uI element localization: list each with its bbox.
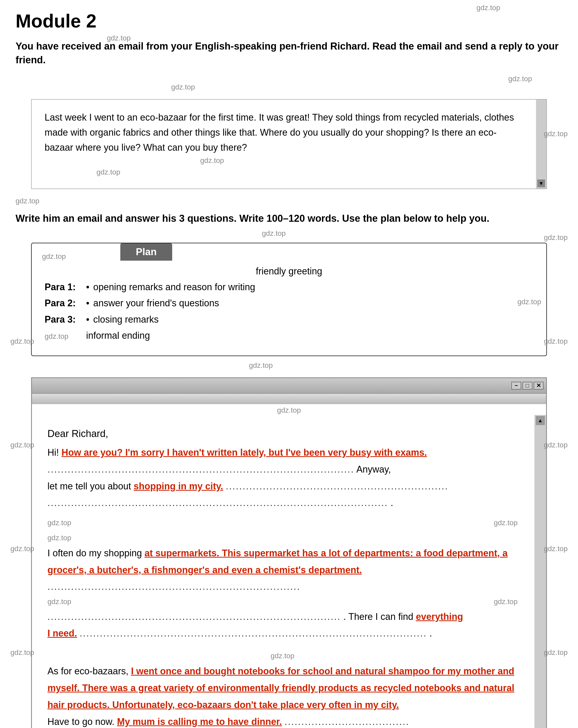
dots-5: ........................................… [80,628,427,639]
opening-red2: shopping in my city. [134,481,223,492]
window-scrollbar[interactable]: ▲ ▼ [534,415,546,728]
write-instruction: Write him an email and answer his 3 ques… [16,213,562,224]
plan-text-1: opening remarks and reason for writing [94,281,533,293]
letter-para3: As for eco-bazaars, I went once and boug… [48,663,518,728]
para3-start: As for eco-bazaars, [48,666,131,676]
plan-row-2: Para 2: • answer your friend's questions… [45,297,533,310]
watermark-4: gdz.top [200,155,578,166]
watermark-10: gdz.top [45,332,69,340]
scroll-up-button[interactable]: ▲ [536,416,545,425]
watermark-1: gdz.top [107,34,131,42]
module-title: Module 2 [16,10,97,31]
watermark-6: gdz.top [16,197,562,205]
watermark-right-1: gdz.top [544,130,568,138]
window-content: ▲ ▼ Dear Richard, Hi! How are you? I'm s… [32,415,546,728]
window-maximize-button[interactable]: □ [523,382,532,390]
watermark-left-4: gdz.top [10,648,34,657]
plan-greeting: friendly greeting [45,266,533,277]
hi-text: Hi! [48,447,59,458]
watermark-2: gdz.top [508,75,578,83]
window-box: − □ ✕ gdz.top ▲ ▼ Dear Richard, Hi! How … [31,378,547,728]
scroll-down-arrow[interactable]: ▼ [537,180,545,187]
plan-ending-row: gdz.top informal ending [45,329,533,342]
page-instruction: You have received an email from your Eng… [16,40,562,67]
email-box: Last week I went to an eco-bazaar for th… [31,99,547,189]
dots-4: ........................................… [48,611,341,622]
letter-salutation: Dear Richard, [48,425,518,442]
para3-end-pre: Have to go now. [48,716,117,727]
watermark-16: gdz.top [48,595,71,608]
watermark-13: gdz.top [48,517,71,529]
para3-end-red: My mum is calling me to have dinner. [117,716,282,727]
window-close-button[interactable]: ✕ [534,382,544,390]
watermark-12: gdz.top [277,406,301,414]
letter-para2: I often do my shopping at supermarkets. … [48,545,518,642]
plan-text-2: answer your friend's questions [94,297,510,310]
watermark-left-3: gdz.top [10,545,34,553]
dots-3: ........................................… [48,581,300,592]
watermark-left-2: gdz.top [10,441,34,449]
window-toolbar [32,394,546,404]
plan-label-1: Para 1: [45,281,86,293]
watermark-17: gdz.top [494,595,518,608]
watermark-right-6: gdz.top [544,648,568,657]
plan-label-2: Para 2: [45,297,86,310]
watermark-right-2: gdz.top [544,233,568,242]
plan-row-3: Para 3: • closing remarks [45,313,533,326]
watermark-18: gdz.top [271,652,295,660]
watermark-15: gdz.top [48,534,71,542]
opening-red: How are you? I'm sorry I haven't written… [61,447,427,458]
watermark-7: gdz.top [262,229,578,238]
watermark-11: gdz.top [249,361,578,370]
dots-6: ..................................... [285,716,409,727]
plan-row-1: Para 1: • opening remarks and reason for… [45,281,533,293]
para2-end-pre: . There I can find [343,611,416,622]
para2-start: I often do my shopping [48,548,144,558]
plan-text-3: closing remarks [94,313,533,326]
letter-para1: Hi! How are you? I'm sorry I haven't wri… [48,444,518,512]
watermark-14: gdz.top [494,517,518,529]
watermark-5: gdz.top [97,166,578,178]
watermark-right-5: gdz.top [544,545,568,553]
window-minimize-button[interactable]: − [511,382,521,390]
plan-box: gdz.top Plan friendly greeting Para 1: •… [31,243,547,356]
watermark-9: gdz.top [517,297,541,307]
watermark-8: gdz.top [42,252,66,261]
plan-title: Plan [120,243,172,261]
letter-content: Dear Richard, Hi! How are you? I'm sorry… [48,425,530,728]
email-text: Last week I went to an eco-bazaar for th… [45,110,533,155]
watermark-3: gdz.top [171,83,578,91]
dots-1: ........................................… [48,464,354,475]
para2-end-red: everything [416,611,463,622]
watermark-right-3: gdz.top [544,337,568,345]
plan-ending: informal ending [86,329,533,342]
window-titlebar: − □ ✕ [32,378,546,394]
watermark-right-4: gdz.top [544,441,568,449]
plan-label-3: Para 3: [45,313,86,326]
para2-end-red2: I need. [48,628,77,639]
watermark-left-1: gdz.top [10,337,34,345]
